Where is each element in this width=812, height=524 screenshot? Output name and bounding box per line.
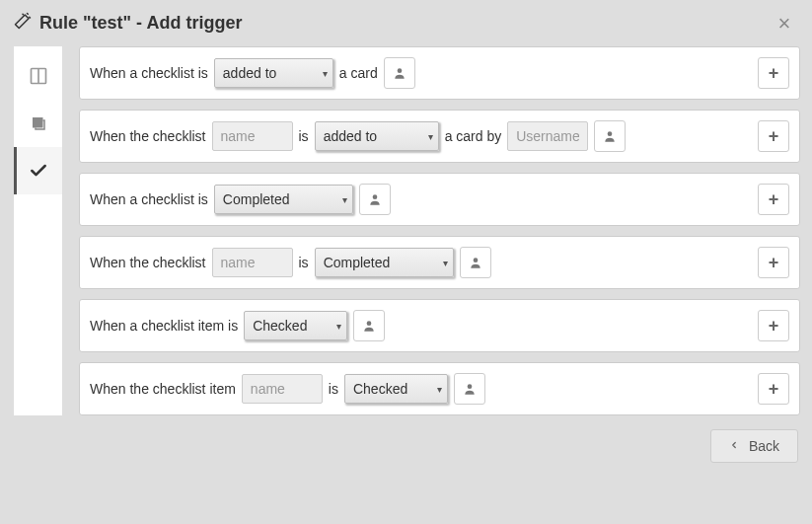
trigger-row: When a checklist item is Checked Uncheck… xyxy=(79,299,800,352)
trigger-text: When a checklist item is xyxy=(90,318,238,334)
user-filter-button[interactable] xyxy=(454,373,485,405)
trigger-text: is xyxy=(329,381,338,397)
tab-checklist[interactable] xyxy=(14,147,62,194)
trigger-row: When the checklist is added to removed f… xyxy=(79,110,800,163)
username-input[interactable] xyxy=(507,121,588,151)
add-trigger-button[interactable]: + xyxy=(758,310,789,341)
trigger-row: When the checklist is Completed Made inc… xyxy=(79,236,800,289)
trigger-text: a card by xyxy=(445,128,502,144)
add-trigger-button[interactable]: + xyxy=(758,247,789,278)
add-trigger-button[interactable]: + xyxy=(758,373,789,405)
item-name-input[interactable] xyxy=(242,374,323,404)
back-button[interactable]: Back xyxy=(710,429,798,463)
trigger-text: a card xyxy=(339,65,378,81)
select-action[interactable]: added to removed from xyxy=(315,121,439,151)
trigger-text: is xyxy=(299,128,309,144)
trigger-text: When a checklist is xyxy=(90,191,208,207)
trigger-text: When the checklist xyxy=(90,128,206,144)
dialog-title-text: Rule "test" - Add trigger xyxy=(39,13,242,34)
svg-point-6 xyxy=(367,321,372,326)
trigger-row: When the checklist item is Checked Unche… xyxy=(79,362,800,415)
tab-card[interactable] xyxy=(14,100,62,147)
svg-point-4 xyxy=(372,194,377,199)
wand-icon xyxy=(14,12,32,35)
user-filter-button[interactable] xyxy=(353,310,385,341)
close-button[interactable]: × xyxy=(773,13,796,35)
svg-point-5 xyxy=(473,258,478,262)
select-checked[interactable]: Checked Unchecked xyxy=(244,311,347,340)
checklist-name-input[interactable] xyxy=(212,248,293,277)
dialog-title: Rule "test" - Add trigger xyxy=(14,12,773,35)
checklist-name-input[interactable] xyxy=(212,121,293,151)
trigger-row: When a checklist is added to removed fro… xyxy=(79,46,800,100)
user-filter-button[interactable] xyxy=(359,184,391,215)
user-filter-button[interactable] xyxy=(594,120,626,152)
trigger-text: When the checklist xyxy=(90,255,206,270)
back-button-label: Back xyxy=(749,438,779,454)
svg-point-3 xyxy=(608,131,613,136)
user-filter-button[interactable] xyxy=(460,247,491,278)
trigger-text: When a checklist is xyxy=(90,65,208,81)
trigger-category-tabs xyxy=(14,46,63,415)
add-trigger-button[interactable]: + xyxy=(758,184,789,215)
add-trigger-button[interactable]: + xyxy=(758,57,789,89)
trigger-list: When a checklist is added to removed fro… xyxy=(63,46,800,415)
select-checked[interactable]: Checked Unchecked xyxy=(344,374,448,404)
trigger-text: is xyxy=(299,255,309,270)
select-action[interactable]: added to removed from xyxy=(214,58,333,88)
user-filter-button[interactable] xyxy=(384,57,415,89)
select-state[interactable]: Completed Made incomplete xyxy=(315,248,454,277)
trigger-row: When a checklist is Completed Made incom… xyxy=(79,173,800,226)
svg-point-2 xyxy=(397,68,402,73)
add-trigger-button[interactable]: + xyxy=(758,120,789,152)
tab-board[interactable] xyxy=(14,52,62,100)
select-state[interactable]: Completed Made incomplete xyxy=(214,185,353,214)
chevron-left-icon xyxy=(729,438,739,454)
svg-point-7 xyxy=(468,384,473,389)
trigger-text: When the checklist item xyxy=(90,381,236,397)
